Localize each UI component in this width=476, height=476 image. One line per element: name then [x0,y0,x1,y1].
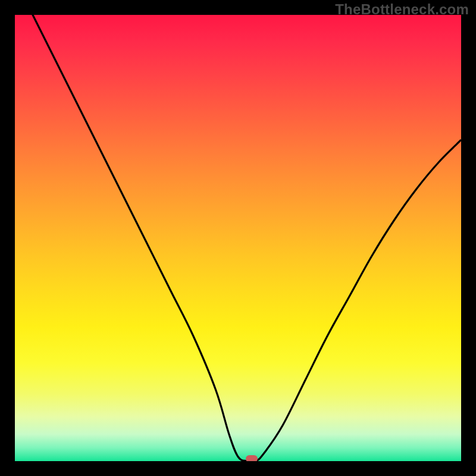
bottleneck-curve [15,15,461,461]
chart-plot-area [15,15,461,461]
chart-container: TheBottleneck.com [0,0,476,476]
watermark-text: TheBottleneck.com [335,1,469,18]
optimal-marker-icon [246,455,258,461]
curve-path [15,15,461,461]
